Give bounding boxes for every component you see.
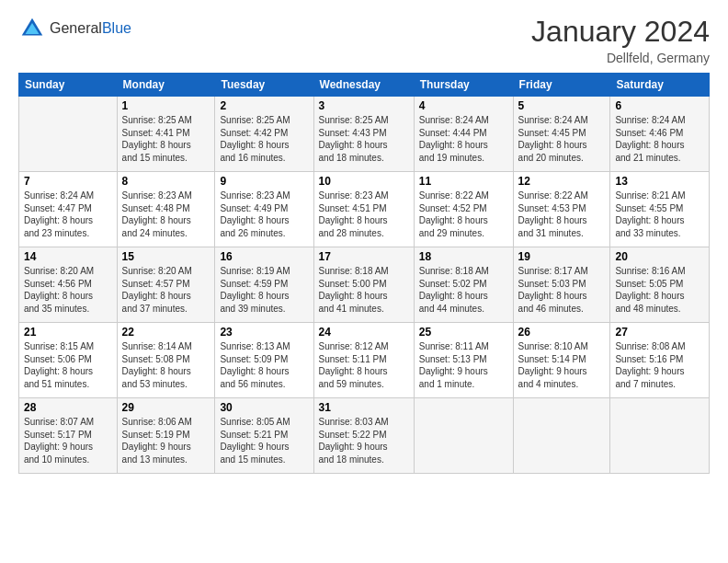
calendar-cell: 29Sunrise: 8:06 AM Sunset: 5:19 PM Dayli…	[117, 398, 215, 474]
calendar-week-row: 28Sunrise: 8:07 AM Sunset: 5:17 PM Dayli…	[19, 398, 710, 474]
day-number: 12	[518, 175, 606, 188]
calendar-week-row: 1Sunrise: 8:25 AM Sunset: 4:41 PM Daylig…	[19, 97, 710, 172]
logo-blue: Blue	[102, 20, 131, 36]
day-number: 16	[220, 250, 308, 263]
day-number: 13	[615, 175, 704, 188]
day-info: Sunrise: 8:25 AM Sunset: 4:41 PM Dayligh…	[122, 114, 210, 164]
weekday-header-monday: Monday	[117, 74, 215, 97]
calendar-cell: 26Sunrise: 8:10 AM Sunset: 5:14 PM Dayli…	[513, 323, 610, 398]
weekday-header-wednesday: Wednesday	[313, 74, 414, 97]
calendar-cell: 10Sunrise: 8:23 AM Sunset: 4:51 PM Dayli…	[313, 172, 414, 247]
day-number: 31	[319, 401, 409, 414]
calendar-cell: 27Sunrise: 8:08 AM Sunset: 5:16 PM Dayli…	[610, 323, 710, 398]
logo-icon	[18, 15, 46, 42]
day-info: Sunrise: 8:07 AM Sunset: 5:17 PM Dayligh…	[24, 416, 112, 465]
calendar-header-row: SundayMondayTuesdayWednesdayThursdayFrid…	[19, 74, 710, 97]
weekday-header-thursday: Thursday	[414, 74, 513, 97]
day-info: Sunrise: 8:22 AM Sunset: 4:52 PM Dayligh…	[419, 190, 508, 239]
calendar-cell: 17Sunrise: 8:18 AM Sunset: 5:00 PM Dayli…	[313, 247, 414, 323]
logo: GeneralBlue	[18, 15, 131, 42]
calendar-cell	[414, 398, 513, 474]
day-info: Sunrise: 8:16 AM Sunset: 5:05 PM Dayligh…	[615, 265, 704, 315]
day-info: Sunrise: 8:23 AM Sunset: 4:49 PM Dayligh…	[220, 190, 308, 239]
calendar-cell: 24Sunrise: 8:12 AM Sunset: 5:11 PM Dayli…	[313, 323, 414, 398]
day-info: Sunrise: 8:24 AM Sunset: 4:44 PM Dayligh…	[419, 114, 508, 164]
weekday-header-saturday: Saturday	[610, 74, 710, 97]
calendar-week-row: 14Sunrise: 8:20 AM Sunset: 4:56 PM Dayli…	[19, 247, 710, 323]
calendar-cell: 16Sunrise: 8:19 AM Sunset: 4:59 PM Dayli…	[215, 247, 313, 323]
logo-general: General	[50, 20, 102, 36]
calendar-cell: 25Sunrise: 8:11 AM Sunset: 5:13 PM Dayli…	[414, 323, 513, 398]
day-info: Sunrise: 8:13 AM Sunset: 5:09 PM Dayligh…	[220, 340, 308, 390]
calendar-cell: 8Sunrise: 8:23 AM Sunset: 4:48 PM Daylig…	[117, 172, 215, 247]
day-number: 4	[419, 99, 508, 112]
day-number: 3	[319, 99, 409, 112]
day-number: 27	[615, 326, 704, 339]
day-info: Sunrise: 8:15 AM Sunset: 5:06 PM Dayligh…	[24, 340, 112, 390]
day-info: Sunrise: 8:11 AM Sunset: 5:13 PM Dayligh…	[419, 340, 508, 390]
day-info: Sunrise: 8:06 AM Sunset: 5:19 PM Dayligh…	[122, 416, 210, 465]
title-block: January 2024 Dellfeld, Germany	[531, 15, 710, 65]
day-info: Sunrise: 8:12 AM Sunset: 5:11 PM Dayligh…	[319, 340, 409, 390]
day-number: 29	[122, 401, 210, 414]
day-number: 2	[220, 99, 308, 112]
day-number: 23	[220, 326, 308, 339]
day-number: 9	[220, 175, 308, 188]
day-info: Sunrise: 8:08 AM Sunset: 5:16 PM Dayligh…	[615, 340, 704, 390]
day-info: Sunrise: 8:22 AM Sunset: 4:53 PM Dayligh…	[518, 190, 606, 239]
day-info: Sunrise: 8:14 AM Sunset: 5:08 PM Dayligh…	[122, 340, 210, 390]
day-number: 6	[615, 99, 704, 112]
calendar-cell: 22Sunrise: 8:14 AM Sunset: 5:08 PM Dayli…	[117, 323, 215, 398]
day-info: Sunrise: 8:23 AM Sunset: 4:48 PM Dayligh…	[122, 190, 210, 239]
day-number: 11	[419, 175, 508, 188]
calendar-cell: 12Sunrise: 8:22 AM Sunset: 4:53 PM Dayli…	[513, 172, 610, 247]
day-number: 20	[615, 250, 704, 263]
day-number: 10	[319, 175, 409, 188]
weekday-header-sunday: Sunday	[19, 74, 118, 97]
day-number: 5	[518, 99, 606, 112]
day-info: Sunrise: 8:03 AM Sunset: 5:22 PM Dayligh…	[319, 416, 409, 465]
day-info: Sunrise: 8:05 AM Sunset: 5:21 PM Dayligh…	[220, 416, 308, 465]
calendar-cell: 21Sunrise: 8:15 AM Sunset: 5:06 PM Dayli…	[19, 323, 118, 398]
calendar-cell: 18Sunrise: 8:18 AM Sunset: 5:02 PM Dayli…	[414, 247, 513, 323]
calendar-cell: 2Sunrise: 8:25 AM Sunset: 4:42 PM Daylig…	[215, 97, 313, 172]
calendar-cell: 14Sunrise: 8:20 AM Sunset: 4:56 PM Dayli…	[19, 247, 118, 323]
calendar-cell	[513, 398, 610, 474]
calendar-cell	[19, 97, 118, 172]
day-info: Sunrise: 8:18 AM Sunset: 5:02 PM Dayligh…	[419, 265, 508, 315]
day-number: 1	[122, 99, 210, 112]
calendar-cell: 28Sunrise: 8:07 AM Sunset: 5:17 PM Dayli…	[19, 398, 118, 474]
day-info: Sunrise: 8:23 AM Sunset: 4:51 PM Dayligh…	[319, 190, 409, 239]
location: Dellfeld, Germany	[531, 51, 710, 65]
calendar: SundayMondayTuesdayWednesdayThursdayFrid…	[18, 73, 710, 474]
day-info: Sunrise: 8:24 AM Sunset: 4:45 PM Dayligh…	[518, 114, 606, 164]
day-number: 19	[518, 250, 606, 263]
day-info: Sunrise: 8:25 AM Sunset: 4:43 PM Dayligh…	[319, 114, 409, 164]
calendar-cell: 7Sunrise: 8:24 AM Sunset: 4:47 PM Daylig…	[19, 172, 118, 247]
calendar-cell	[610, 398, 710, 474]
calendar-cell: 19Sunrise: 8:17 AM Sunset: 5:03 PM Dayli…	[513, 247, 610, 323]
day-info: Sunrise: 8:18 AM Sunset: 5:00 PM Dayligh…	[319, 265, 409, 315]
day-number: 14	[24, 250, 112, 263]
calendar-cell: 3Sunrise: 8:25 AM Sunset: 4:43 PM Daylig…	[313, 97, 414, 172]
day-info: Sunrise: 8:21 AM Sunset: 4:55 PM Dayligh…	[615, 190, 704, 239]
page: GeneralBlue January 2024 Dellfeld, Germa…	[0, 0, 728, 563]
day-number: 25	[419, 326, 508, 339]
header: GeneralBlue January 2024 Dellfeld, Germa…	[18, 15, 710, 65]
calendar-cell: 4Sunrise: 8:24 AM Sunset: 4:44 PM Daylig…	[414, 97, 513, 172]
calendar-cell: 30Sunrise: 8:05 AM Sunset: 5:21 PM Dayli…	[215, 398, 313, 474]
day-number: 30	[220, 401, 308, 414]
day-info: Sunrise: 8:24 AM Sunset: 4:47 PM Dayligh…	[24, 190, 112, 239]
logo-text: GeneralBlue	[50, 20, 131, 37]
calendar-cell: 1Sunrise: 8:25 AM Sunset: 4:41 PM Daylig…	[117, 97, 215, 172]
day-info: Sunrise: 8:20 AM Sunset: 4:57 PM Dayligh…	[122, 265, 210, 315]
day-number: 15	[122, 250, 210, 263]
calendar-cell: 20Sunrise: 8:16 AM Sunset: 5:05 PM Dayli…	[610, 247, 710, 323]
day-info: Sunrise: 8:10 AM Sunset: 5:14 PM Dayligh…	[518, 340, 606, 390]
day-number: 8	[122, 175, 210, 188]
calendar-cell: 9Sunrise: 8:23 AM Sunset: 4:49 PM Daylig…	[215, 172, 313, 247]
day-number: 26	[518, 326, 606, 339]
month-title: January 2024	[531, 15, 710, 49]
day-number: 28	[24, 401, 112, 414]
calendar-cell: 13Sunrise: 8:21 AM Sunset: 4:55 PM Dayli…	[610, 172, 710, 247]
